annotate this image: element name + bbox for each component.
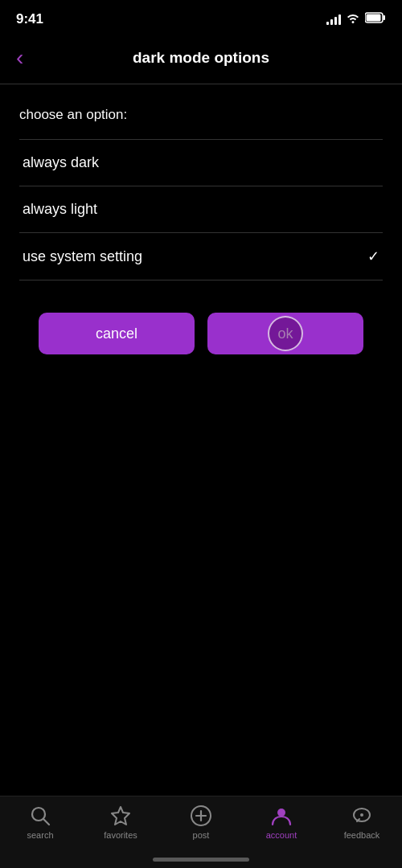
option-use-system[interactable]: use system setting ✓ (19, 233, 383, 280)
star-icon (109, 805, 132, 827)
post-icon (190, 805, 212, 827)
signal-icon (326, 14, 341, 25)
checkmark-icon: ✓ (367, 248, 379, 265)
choose-label: choose an option: (19, 107, 383, 123)
svg-marker-5 (112, 807, 129, 825)
option-always-light-label: always light (23, 201, 97, 218)
nav-item-favorites[interactable]: favorites (80, 805, 161, 840)
status-time: 9:41 (16, 11, 43, 27)
nav-label-feedback: feedback (344, 830, 380, 840)
svg-point-11 (360, 813, 363, 817)
home-indicator (153, 858, 249, 862)
nav-item-account[interactable]: account (241, 805, 322, 840)
status-bar: 9:41 (0, 0, 402, 35)
main-content: choose an option: always dark always lig… (0, 84, 402, 354)
account-icon (270, 805, 293, 827)
nav-item-search[interactable]: search (0, 805, 80, 840)
nav-label-search: search (27, 830, 53, 840)
status-icons (326, 12, 386, 27)
svg-point-9 (277, 809, 285, 817)
options-list: always dark always light use system sett… (19, 139, 383, 280)
nav-item-feedback[interactable]: feedback (322, 805, 402, 840)
ok-button[interactable]: ok (207, 313, 363, 354)
nav-label-post: post (193, 830, 210, 840)
nav-item-post[interactable]: post (161, 805, 241, 840)
buttons-row: cancel ok (19, 280, 383, 354)
search-icon (29, 805, 51, 827)
nav-label-account: account (266, 830, 297, 840)
battery-icon (365, 12, 386, 27)
page-title: dark mode options (133, 49, 269, 67)
svg-line-4 (43, 819, 49, 825)
option-always-dark[interactable]: always dark (19, 139, 383, 186)
back-button[interactable]: ‹ (16, 43, 30, 72)
option-always-dark-label: always dark (23, 154, 99, 171)
nav-label-favorites: favorites (104, 830, 137, 840)
svg-rect-1 (367, 14, 381, 22)
wifi-icon (346, 12, 360, 27)
feedback-icon (351, 805, 373, 827)
header: ‹ dark mode options (0, 35, 402, 84)
option-always-light[interactable]: always light (19, 186, 383, 233)
ripple-effect (268, 316, 303, 351)
svg-rect-2 (384, 15, 386, 20)
option-use-system-label: use system setting (23, 248, 142, 265)
cancel-button[interactable]: cancel (39, 313, 195, 354)
